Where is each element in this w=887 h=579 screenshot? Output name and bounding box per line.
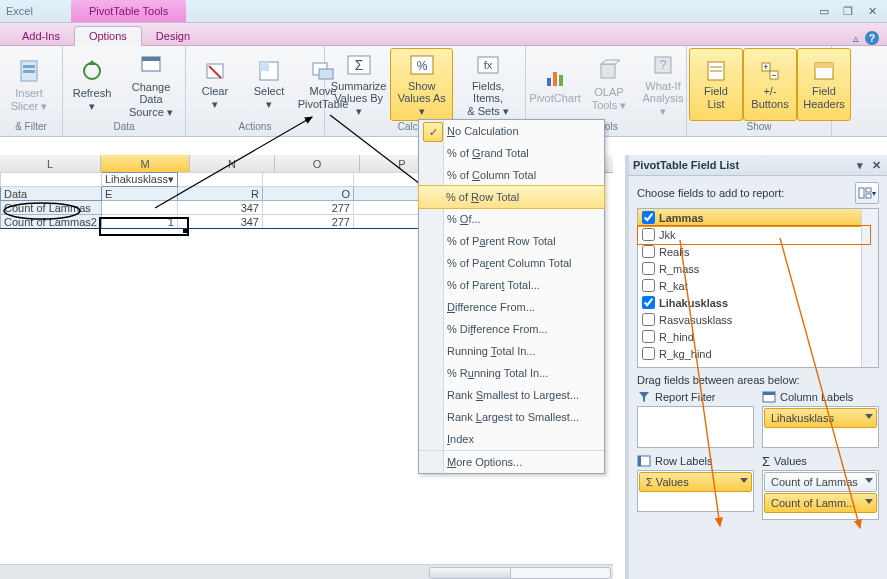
help-icon[interactable]: ? [865,31,879,45]
menu-rank-largest[interactable]: Rank Largest to Smallest... [419,406,604,428]
summarize-label: SummarizeValues By ▾ [331,80,387,116]
svg-rect-1 [23,65,35,68]
field-realis-checkbox[interactable] [642,245,655,258]
select-button[interactable]: Select▾ [242,48,296,121]
olap-tools-button[interactable]: OLAPTools ▾ [582,48,636,121]
pane-header[interactable]: PivotTable Field List ▾✕ [629,155,887,176]
horizontal-scrollbar[interactable] [0,564,613,579]
area-row-labels[interactable]: Row Labels Σ Values [637,452,754,520]
field-jkk-checkbox[interactable] [642,228,655,241]
pane-dropdown-icon[interactable]: ▾ [853,159,867,172]
col-O[interactable]: O [275,155,360,172]
summarize-values-by-button[interactable]: Σ SummarizeValues By ▾ [327,48,390,121]
menu-running-total[interactable]: Running Total In... [419,340,604,362]
pivotchart-button[interactable]: PivotChart [528,48,582,121]
field-rmass-checkbox[interactable] [642,262,655,275]
menu-no-calculation[interactable]: ✓No Calculation [419,120,604,142]
menu-pct-grand-total[interactable]: % of Grand Total [419,142,604,164]
field-lihakusklass[interactable]: Lihakusklass [638,294,878,311]
svg-rect-34 [815,63,833,68]
field-list-button[interactable]: FieldList [689,48,743,121]
plusminus-buttons-button[interactable]: +− +/-Buttons [743,48,797,121]
cell-hdr-O[interactable]: O [262,187,353,201]
cell-O-row2[interactable]: 277 [262,215,353,229]
field-realis[interactable]: Realis [638,243,878,260]
field-rkg-checkbox[interactable] [642,347,655,360]
field-rh-checkbox[interactable] [642,330,655,343]
refresh-label: Refresh [73,87,112,99]
menu-index[interactable]: Index [419,428,604,450]
area-report-filter[interactable]: Report Filter [637,388,754,448]
chip-count-lammas[interactable]: Count of Lammas [764,472,877,492]
menu-pct-parent-row[interactable]: % of Parent Row Total [419,230,604,252]
menu-pct-row-total[interactable]: % of Row Total [418,185,605,209]
tab-addins[interactable]: Add-Ins [8,27,74,45]
chip-sigma-values[interactable]: Σ Values [639,472,752,492]
chip-lihakusklass[interactable]: Lihakusklass [764,408,877,428]
cell-data-header[interactable]: Data [1,187,102,201]
menu-pct-of[interactable]: % Of... [419,208,604,230]
menu-pct-column-total[interactable]: % of Column Total [419,164,604,186]
show-values-as-button[interactable]: % ShowValues As ▾ [390,48,453,121]
whatif-analysis-button[interactable]: ? What-IfAnalysis ▾ [636,48,690,121]
col-M[interactable]: M [101,155,190,172]
filter-icon [637,390,651,404]
tab-design[interactable]: Design [142,27,204,45]
menu-pct-difference-from[interactable]: % Difference From... [419,318,604,340]
cell-hdr-E[interactable]: E [102,187,178,201]
menu-pct-parent-col[interactable]: % of Parent Column Total [419,252,604,274]
svg-point-3 [84,63,100,79]
field-rasvasusklass[interactable]: Rasvasusklass [638,311,878,328]
pane-close-icon[interactable]: ✕ [869,159,883,172]
menu-pct-running-total[interactable]: % Running Total In... [419,362,604,384]
ribbon-min-icon[interactable]: ▵ [853,32,859,45]
field-lammas[interactable]: Lammas ▾ [637,208,879,227]
area-values[interactable]: ΣValues Count of Lammas Count of Lamm... [762,452,879,520]
close-icon[interactable]: ✕ [863,5,881,18]
menu-pct-parent-total[interactable]: % of Parent Total... [419,274,604,296]
restore-icon[interactable]: ❐ [839,5,857,18]
svg-marker-23 [601,60,620,64]
svg-rect-44 [763,392,775,395]
field-lammas-checkbox[interactable] [642,211,655,224]
rows-icon [637,454,651,468]
cell-count-lammas-label[interactable]: Count of Lammas [1,201,102,215]
cell-lihakusklass[interactable]: Lihakusklass ▾ [102,173,178,187]
cell-count-lammas2-label[interactable]: Count of Lammas2 [1,215,102,229]
field-rkat[interactable]: R_kat [638,277,878,294]
field-rhind[interactable]: R_hind [638,328,878,345]
col-N[interactable]: N [190,155,275,172]
menu-difference-from[interactable]: Difference From... [419,296,604,318]
field-rkat-checkbox[interactable] [642,279,655,292]
svg-text:%: % [416,59,427,73]
field-jkk[interactable]: Jkk [638,226,878,243]
minimize-icon[interactable]: ▭ [815,5,833,18]
fields-items-sets-button[interactable]: fx Fields, Items,& Sets ▾ [453,48,523,121]
cell-hdr-R[interactable]: R [177,187,262,201]
insert-slicer-button[interactable]: InsertSlicer ▾ [2,48,56,121]
layout-options-button[interactable]: ▾ [855,182,879,204]
field-headers-button[interactable]: FieldHeaders [797,48,851,121]
field-rmass[interactable]: R_mass [638,260,878,277]
cell-M-row2[interactable]: 1 [102,215,178,229]
clear-button[interactable]: Clear▾ [188,48,242,121]
change-data-source-button[interactable]: Change DataSource ▾ [119,48,183,121]
col-L[interactable]: L [0,155,101,172]
tab-options[interactable]: Options [74,26,142,46]
cell-O-row1[interactable]: 277 [262,201,353,215]
cell-N-row1[interactable]: 347 [177,201,262,215]
field-list-scrollbar[interactable] [861,209,878,367]
show-values-as-label: ShowValues As ▾ [397,80,446,116]
field-lk-checkbox[interactable] [642,296,655,309]
cell-N-row2[interactable]: 347 [177,215,262,229]
refresh-button[interactable]: Refresh▾ [65,48,119,121]
menu-more-options[interactable]: More Options... [419,450,604,473]
area-column-labels[interactable]: Column Labels Lihakusklass [762,388,879,448]
field-list[interactable]: Lammas ▾ Jkk Realis R_mass R_kat Lihakus… [637,208,879,368]
pane-title: PivotTable Field List [633,159,739,171]
chip-count-lammas2[interactable]: Count of Lamm... [764,493,877,513]
menu-rank-smallest[interactable]: Rank Smallest to Largest... [419,384,604,406]
field-rv-checkbox[interactable] [642,313,655,326]
field-rkghind[interactable]: R_kg_hind [638,345,878,362]
fieldlist-label: FieldList [704,85,728,109]
